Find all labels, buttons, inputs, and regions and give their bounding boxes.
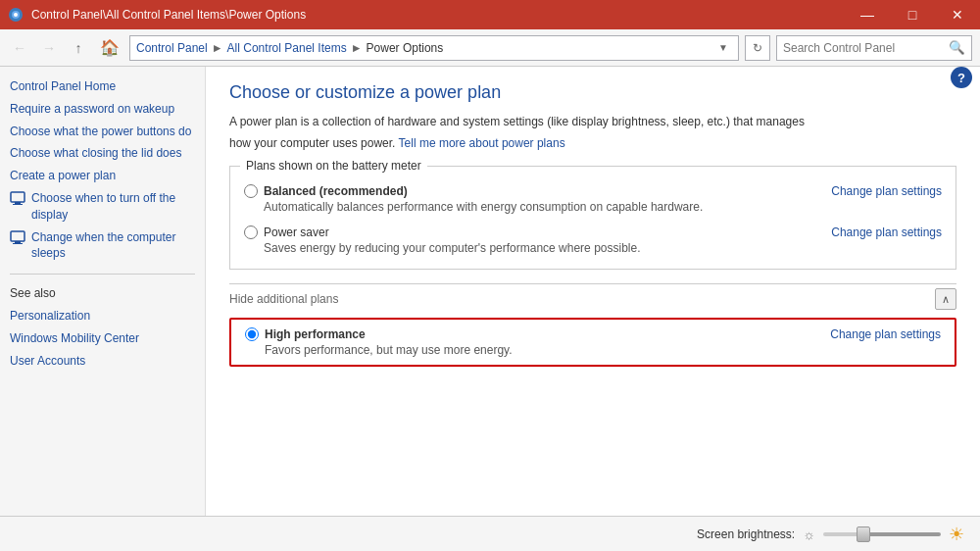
- power-saver-plan-name: Power saver: [264, 225, 329, 239]
- power-saver-change-plan-link[interactable]: Change plan settings: [831, 225, 942, 239]
- svg-rect-8: [13, 243, 23, 244]
- maximize-button[interactable]: □: [890, 0, 935, 29]
- see-also-label: See also: [10, 286, 195, 300]
- collapse-button[interactable]: ∧: [935, 288, 956, 310]
- sidebar-computer-sleeps-label[interactable]: Change when the computer sleeps: [31, 229, 195, 263]
- sidebar-mobility-center[interactable]: Windows Mobility Center: [10, 330, 195, 347]
- close-button[interactable]: ✕: [935, 0, 980, 29]
- back-button[interactable]: ←: [8, 36, 31, 60]
- brightness-slider[interactable]: [823, 532, 941, 536]
- sidebar-turn-off-display[interactable]: Choose when to turn off the display: [10, 190, 195, 224]
- up-button[interactable]: ↑: [67, 36, 90, 60]
- minimize-button[interactable]: —: [845, 0, 890, 29]
- help-button[interactable]: ?: [951, 67, 972, 88]
- forward-button[interactable]: →: [37, 36, 61, 60]
- balanced-plan-info: Balanced (recommended) Automatically bal…: [244, 184, 703, 214]
- svg-point-2: [14, 13, 18, 17]
- page-description-line2: how your computer uses power. Tell me mo…: [229, 134, 956, 152]
- brightness-min-icon: ☼: [803, 526, 815, 542]
- power-saver-plan: Power saver Saves energy by reducing you…: [244, 225, 942, 255]
- search-button[interactable]: 🔍: [944, 36, 969, 60]
- high-performance-plan-info: High performance Favors performance, but…: [245, 327, 513, 357]
- sidebar-control-panel-home[interactable]: Control Panel Home: [10, 78, 195, 95]
- app-icon: [8, 7, 24, 23]
- power-saver-plan-desc: Saves energy by reducing your computer's…: [264, 241, 641, 255]
- brightness-label: Screen brightness:: [697, 527, 795, 541]
- sidebar-user-accounts[interactable]: User Accounts: [10, 353, 195, 370]
- sidebar-computer-sleeps[interactable]: Change when the computer sleeps: [10, 229, 195, 263]
- sidebar-turn-off-display-label[interactable]: Choose when to turn off the display: [31, 190, 195, 224]
- svg-rect-3: [11, 192, 24, 202]
- breadcrumb-power-options: Power Options: [367, 41, 444, 55]
- power-saver-radio[interactable]: [244, 225, 258, 239]
- balanced-plan-name: Balanced (recommended): [264, 184, 408, 198]
- breadcrumb-control-panel[interactable]: Control Panel: [136, 41, 208, 55]
- content-area: Choose or customize a power plan A power…: [206, 67, 980, 551]
- high-performance-change-plan-link[interactable]: Change plan settings: [830, 327, 941, 341]
- brightness-max-icon: ☀: [949, 524, 964, 545]
- monitor-icon: [10, 191, 25, 207]
- brightness-thumb[interactable]: [857, 526, 870, 542]
- sidebar-create-power-plan[interactable]: Create a power plan: [10, 168, 195, 184]
- balanced-radio[interactable]: [244, 184, 258, 198]
- title-bar: Control Panel\All Control Panel Items\Po…: [0, 0, 980, 29]
- sleep-icon: [10, 230, 25, 246]
- sidebar-power-buttons[interactable]: Choose what the power buttons do: [10, 124, 195, 140]
- plans-group: Plans shown on the battery meter Balance…: [229, 166, 956, 270]
- search-bar: 🔍: [776, 35, 972, 61]
- page-description-line1: A power plan is a collection of hardware…: [229, 113, 956, 130]
- sidebar-personalization[interactable]: Personalization: [10, 308, 195, 325]
- breadcrumb: Control Panel ► All Control Panel Items …: [129, 35, 739, 61]
- window-controls: — □ ✕: [845, 0, 980, 29]
- page-title: Choose or customize a power plan: [229, 82, 956, 103]
- window-title: Control Panel\All Control Panel Items\Po…: [31, 8, 306, 22]
- search-input[interactable]: [777, 41, 944, 55]
- svg-rect-5: [13, 204, 23, 205]
- main-layout: Control Panel Home Require a password on…: [0, 67, 980, 551]
- high-performance-box: High performance Favors performance, but…: [229, 318, 956, 367]
- high-performance-plan: High performance Favors performance, but…: [245, 327, 941, 357]
- sidebar-require-password[interactable]: Require a password on wakeup: [10, 101, 195, 118]
- svg-rect-7: [15, 241, 21, 243]
- svg-rect-6: [11, 231, 24, 241]
- learn-more-link[interactable]: Tell me more about power plans: [399, 136, 565, 150]
- status-bar: Screen brightness: ☼ ☀: [0, 516, 980, 551]
- balanced-plan-desc: Automatically balances performance with …: [264, 200, 703, 214]
- sidebar-closing-lid[interactable]: Choose what closing the lid does: [10, 145, 195, 162]
- high-performance-plan-desc: Favors performance, but may use more ene…: [265, 343, 513, 357]
- hide-additional-text: Hide additional plans: [229, 292, 338, 306]
- plans-group-legend: Plans shown on the battery meter: [240, 159, 427, 173]
- balanced-plan: Balanced (recommended) Automatically bal…: [244, 184, 942, 214]
- address-bar: ← → ↑ 🏠 Control Panel ► All Control Pane…: [0, 29, 980, 67]
- hide-additional-section: Hide additional plans ∧: [229, 283, 956, 310]
- refresh-button[interactable]: ↻: [745, 35, 770, 61]
- svg-rect-4: [15, 202, 21, 204]
- breadcrumb-all-items[interactable]: All Control Panel Items: [227, 41, 347, 55]
- balanced-change-plan-link[interactable]: Change plan settings: [831, 184, 942, 198]
- high-performance-plan-name: High performance: [265, 327, 366, 341]
- high-performance-radio[interactable]: [245, 327, 259, 341]
- breadcrumb-dropdown-button[interactable]: ▼: [714, 42, 732, 53]
- sidebar-divider: [10, 274, 195, 275]
- power-saver-plan-info: Power saver Saves energy by reducing you…: [244, 225, 641, 255]
- sidebar: Control Panel Home Require a password on…: [0, 67, 206, 551]
